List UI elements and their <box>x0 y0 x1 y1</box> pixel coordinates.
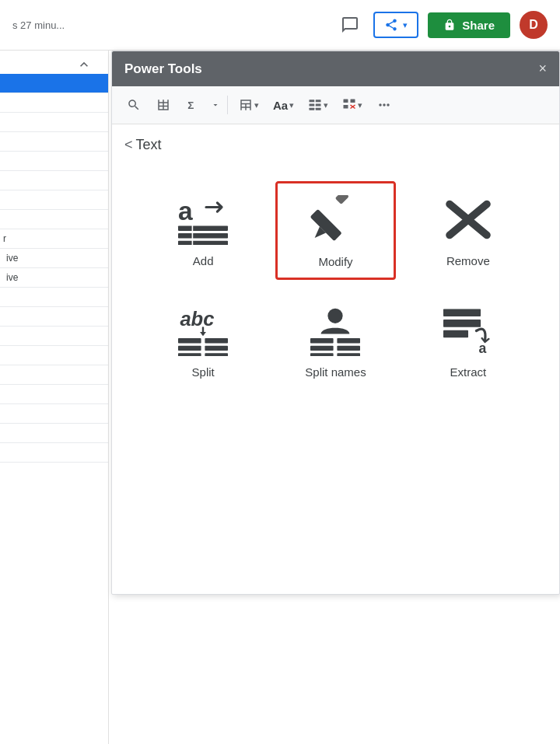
toolbar-grid-split-dropdown[interactable]: ▾ <box>303 95 333 115</box>
share-button[interactable]: Share <box>428 12 510 38</box>
toolbar-more-button[interactable] <box>372 93 397 117</box>
panel-close-button[interactable]: × <box>538 61 547 77</box>
svg-rect-31 <box>338 338 361 343</box>
svg-rect-4 <box>316 104 321 107</box>
tool-remove[interactable]: Remove <box>408 181 528 280</box>
tool-split-names-icon <box>304 303 366 358</box>
svg-rect-36 <box>443 309 481 316</box>
tool-split-names[interactable]: Split names <box>275 292 395 389</box>
toolbar-grid-arrow: ▾ <box>254 100 259 110</box>
svg-rect-1 <box>310 100 315 102</box>
share-label: Share <box>462 19 495 32</box>
tool-extract[interactable]: a Extract <box>408 292 528 389</box>
sheet-row <box>0 307 108 327</box>
top-bar: s 27 minu... ▾ Share D <box>0 0 560 51</box>
svg-text:abc: abc <box>180 308 215 330</box>
sheet-row <box>0 443 108 463</box>
tool-remove-icon <box>437 192 499 246</box>
svg-rect-26 <box>205 345 229 350</box>
tool-split[interactable]: abc Split <box>143 292 263 389</box>
sheet-row <box>0 132 108 152</box>
svg-text:a: a <box>478 340 486 355</box>
sheet-row <box>0 190 108 210</box>
panel-title: Power Tools <box>124 61 202 77</box>
toolbar-grid-remove-dropdown[interactable]: ▾ <box>338 95 367 115</box>
tool-add-label: Add <box>193 254 214 267</box>
sheet-row <box>0 346 108 365</box>
user-avatar[interactable]: D <box>520 11 548 39</box>
svg-rect-8 <box>351 100 355 103</box>
saved-status: s 27 minu... <box>12 19 65 31</box>
svg-text:a: a <box>178 196 193 225</box>
sheet-row <box>0 385 108 404</box>
toolbar-divider-1 <box>227 96 228 114</box>
svg-rect-15 <box>178 240 228 244</box>
tool-split-names-label: Split names <box>305 365 366 379</box>
user-initial: D <box>529 18 538 32</box>
toolbar-text-format-dropdown[interactable]: Aa ▾ <box>268 96 299 115</box>
tool-modify-icon <box>304 193 366 247</box>
svg-rect-2 <box>316 100 321 102</box>
toolbar-table-icon[interactable] <box>151 93 176 117</box>
sheet-row <box>0 404 108 424</box>
svg-rect-34 <box>310 353 334 356</box>
sheet-row-r: r <box>0 229 108 249</box>
tool-split-label: Split <box>192 365 215 379</box>
toolbar-sigma-dropdown[interactable] <box>210 93 221 117</box>
collapse-panel-button[interactable] <box>70 51 98 79</box>
panel-content: < Text a <box>112 124 559 414</box>
panel-toolbar: Σ ▾ Aa ▾ <box>112 86 559 124</box>
breadcrumb[interactable]: < Text <box>124 137 547 153</box>
svg-rect-3 <box>310 104 315 107</box>
svg-rect-33 <box>338 345 361 350</box>
sheet-row <box>0 424 108 443</box>
svg-rect-37 <box>443 320 481 327</box>
toolbar-search-icon[interactable] <box>121 93 146 117</box>
svg-rect-13 <box>178 225 228 230</box>
svg-rect-38 <box>443 330 468 337</box>
toolbar-grid-dropdown[interactable]: ▾ <box>234 95 264 115</box>
svg-rect-7 <box>344 100 348 103</box>
publish-button[interactable]: ▾ <box>373 12 418 38</box>
svg-text:Σ: Σ <box>187 100 194 111</box>
svg-rect-30 <box>310 338 334 343</box>
svg-rect-27 <box>178 353 201 356</box>
toolbar-grid-remove-arrow: ▾ <box>358 100 362 110</box>
sheet-row <box>0 365 108 385</box>
svg-rect-24 <box>205 338 229 343</box>
tool-grid: a Add <box>124 169 547 402</box>
sheet-rows: r ive ive <box>0 74 108 463</box>
tool-add[interactable]: a Add <box>143 181 263 280</box>
sheet-row <box>0 210 108 229</box>
svg-rect-6 <box>316 108 321 110</box>
svg-rect-19 <box>335 195 349 204</box>
toolbar-sigma-icon[interactable]: Σ <box>180 93 205 117</box>
tool-remove-label: Remove <box>446 254 490 267</box>
toolbar-grid-split-arrow: ▾ <box>324 100 328 110</box>
svg-point-29 <box>328 308 343 323</box>
svg-rect-35 <box>338 353 361 356</box>
svg-rect-32 <box>310 345 334 350</box>
sheet-row-ive1: ive <box>0 249 108 268</box>
sheet-row <box>0 327 108 346</box>
toolbar-aa-label: Aa <box>273 99 288 112</box>
power-tools-panel: Power Tools × Σ <box>111 51 560 595</box>
spreadsheet-area: r ive ive <box>0 51 109 744</box>
svg-rect-17 <box>310 208 342 240</box>
sheet-row <box>0 152 108 171</box>
breadcrumb-text: Text <box>136 137 162 153</box>
sheet-row-ive2: ive <box>0 268 108 288</box>
sheet-row <box>0 171 108 190</box>
tool-extract-label: Extract <box>450 365 486 379</box>
toolbar-aa-arrow: ▾ <box>289 100 294 110</box>
tool-modify[interactable]: Modify <box>275 181 395 280</box>
sheet-row <box>0 113 108 132</box>
sheet-row <box>0 288 108 307</box>
tool-add-icon: a <box>172 192 234 246</box>
svg-rect-9 <box>344 105 348 109</box>
chat-button[interactable] <box>336 11 364 39</box>
svg-rect-23 <box>178 338 201 343</box>
sheet-row <box>0 93 108 113</box>
breadcrumb-back-arrow: < <box>124 137 133 153</box>
publish-dropdown-arrow: ▾ <box>403 20 408 30</box>
